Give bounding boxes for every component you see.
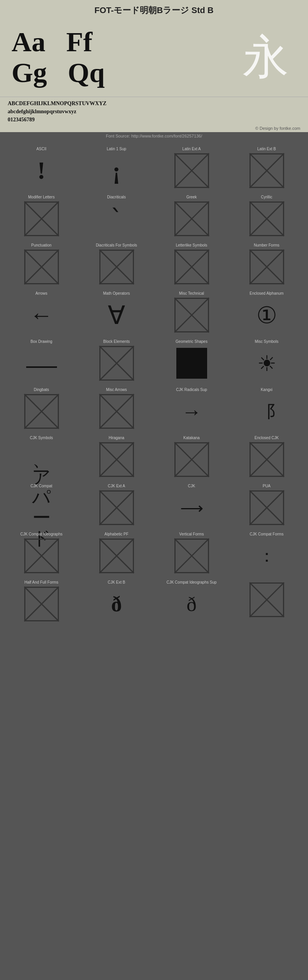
icon-cjkexta: [99, 490, 134, 525]
grid-row-9: CJK Compat Ideographs Alphabetic PF Vert…: [4, 529, 304, 577]
cell-cyrillic: Cyrillic: [229, 192, 304, 240]
cell-cjkcompat: CJK Compat アパー ド: [4, 481, 79, 529]
grid-row-10: Half And Full Forms CJK Ext B ð CJK Comp…: [4, 577, 304, 625]
placeholder-box: [249, 582, 284, 617]
preview-kanji: 永: [243, 26, 289, 89]
icon-alphabeticpf: [99, 539, 134, 573]
placeholder-box: [99, 442, 134, 477]
label-geoshapes: Geometric Shapes: [176, 339, 208, 344]
label-cjkexta: CJK Ext A: [108, 484, 125, 488]
label-alphabeticpf: Alphabetic PF: [104, 532, 128, 536]
placeholder-box: [249, 153, 284, 188]
cell-verticalforms: Vertical Forms: [154, 529, 229, 577]
icon-diacrit-symbols: [99, 250, 134, 284]
cjk-dash-icon: ⟶: [180, 498, 203, 517]
label-modletters: Modifier Letters: [28, 195, 55, 199]
label-latin1sup: Latin 1 Sup: [107, 147, 126, 151]
cell-kangxi: Kangxi ⻏: [229, 384, 304, 433]
cell-cjkradicals: CJK Radicals Sup →: [154, 384, 229, 433]
label-punctuation: Punctuation: [31, 243, 52, 247]
icon-arrows: ←: [24, 298, 59, 332]
grid-row-5: Box Drawing Block Elements Geometric Sha…: [4, 336, 304, 384]
preview-line2: Gg Qq: [12, 58, 105, 88]
cell-boxdrawing: Box Drawing: [4, 336, 79, 384]
preview-area: Aa Ff Gg Qq 永: [0, 22, 308, 97]
placeholder-box: [174, 250, 209, 284]
label-katakana: Katakana: [183, 436, 199, 440]
placeholder-box: [24, 539, 59, 573]
placeholder-box: [174, 201, 209, 236]
placeholder-box: [99, 490, 134, 525]
icon-hiragana: [99, 442, 134, 477]
placeholder-box: [24, 587, 59, 621]
iexcl-icon: ¡: [112, 158, 121, 183]
cell-blockelements: Block Elements: [79, 336, 154, 384]
preview-line1: Aa Ff: [12, 27, 105, 57]
icon-numberforms: [249, 250, 284, 284]
cell-diacriticals: Diacriticals ˋ: [79, 192, 154, 240]
backtick-icon: ˋ: [110, 205, 123, 233]
icon-cjkcompatideographs: [24, 539, 59, 573]
icon-miscarrows: [99, 394, 134, 429]
label-cyrillic: Cyrillic: [261, 195, 272, 199]
label-latinexta: Latin Ext A: [182, 147, 201, 151]
label-enclosedcjk: Enclosed CJK: [254, 436, 279, 440]
label-letterlike: Letterlike Symbols: [176, 243, 208, 247]
cell-cjkcompatforms: CJK Compat Forms ：: [229, 529, 304, 577]
cell-enclosedcjk: Enclosed CJK: [229, 433, 304, 481]
label-enclosed: Enclosed Alphanum: [249, 291, 283, 295]
icon-cjkcompatideographssup: ð: [174, 587, 209, 621]
placeholder-box: [174, 153, 209, 188]
label-mathop: Math Operators: [103, 291, 130, 295]
label-dingbats: Dingbats: [34, 388, 49, 392]
cell-miscarrows: Misc Arrows: [79, 384, 154, 433]
icon-pua: [249, 490, 284, 525]
uppercase-line: ABCDEFGHIJKLMNOPQRSTUVWXYZ: [8, 99, 300, 107]
cell-dingbats: Dingbats: [4, 384, 79, 433]
cell-latin1sup: Latin 1 Sup ¡: [79, 144, 154, 192]
label-pua: PUA: [263, 484, 271, 488]
right-arrow-icon: →: [182, 400, 202, 423]
sun-icon: ☀: [257, 351, 276, 376]
cell-greek: Greek: [154, 192, 229, 240]
icon-miscsymbols: ☀: [249, 346, 284, 381]
placeholder-box: [249, 442, 284, 477]
cell-alphabeticpf: Alphabetic PF: [79, 529, 154, 577]
cell-mathop: Math Operators ∀: [79, 288, 154, 336]
label-diacriticals: Diacriticals: [107, 195, 126, 199]
icon-cjkradicals: →: [174, 394, 209, 429]
icon-diacriticals: ˋ: [99, 201, 134, 236]
placeholder-box: [99, 394, 134, 429]
label-halffull: Half And Full Forms: [25, 580, 59, 584]
icon-enclosedcjk: [249, 442, 284, 477]
cell-geoshapes: Geometric Shapes: [154, 336, 229, 384]
placeholder-box: [249, 250, 284, 284]
label-blockelements: Block Elements: [103, 339, 130, 344]
label-boxdrawing: Box Drawing: [30, 339, 52, 344]
icon-cjk: ⟶: [174, 490, 209, 525]
label-greek: Greek: [186, 195, 197, 199]
icon-empty: [249, 582, 284, 617]
icon-latin1sup: ¡: [99, 153, 134, 188]
credit-line: © Design by fontke.com: [0, 125, 308, 132]
cell-ascii: ASCII !: [4, 144, 79, 192]
glyph-grid: ASCII ! Latin 1 Sup ¡ Latin Ext A Latin …: [0, 140, 308, 629]
label-verticalforms: Vertical Forms: [179, 532, 204, 536]
icon-cjkextb: ð: [99, 587, 134, 621]
icon-blockelements: [99, 346, 134, 381]
circled-1-icon: ①: [256, 302, 277, 329]
label-cjkcompatideographssup: CJK Compat Ideographs Sup: [166, 580, 216, 584]
cell-cjkcompatideographs: CJK Compat Ideographs: [4, 529, 79, 577]
label-miscsymbols: Misc Symbols: [255, 339, 279, 344]
placeholder-box: [24, 201, 59, 236]
page-title: FOT-モード明朝Bラージ Std B: [8, 5, 300, 16]
icon-letterlike: [174, 250, 209, 284]
cell-cjkextb: CJK Ext B ð: [79, 577, 154, 625]
icon-kangxi: ⻏: [249, 394, 284, 429]
grid-row-1: ASCII ! Latin 1 Sup ¡ Latin Ext A Latin …: [4, 144, 304, 192]
preview-chars: Aa Ff Gg Qq: [12, 27, 105, 88]
kangxi-arrow-icon: ⻏: [258, 400, 275, 423]
source-line: Font Source: http://www.fontke.com/font/…: [0, 132, 308, 140]
icon-cjkcompat: アパー ド: [24, 490, 59, 525]
icon-halffull: [24, 587, 59, 621]
